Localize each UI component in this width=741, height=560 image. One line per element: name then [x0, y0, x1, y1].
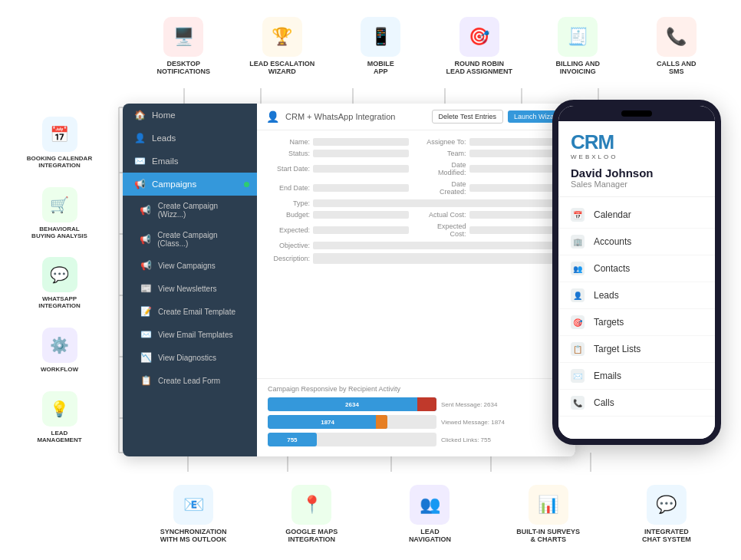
input-type[interactable]: [313, 199, 565, 207]
leads-icon: 👤: [133, 133, 146, 143]
top-icons-row: 🖥️ DESKTOP NOTIFICATIONS 🏆 LEAD ESCALATI…: [119, 0, 741, 92]
whatsapp-icon: 💬: [42, 257, 77, 292]
billing-icon: 🧾: [558, 17, 598, 57]
label-date-modified: Date Modified:: [424, 161, 466, 176]
field-expected: Expected:: [268, 226, 409, 234]
icon-whatsapp: 💬 WHATSAPPINTEGRATION: [18, 257, 102, 309]
workflow-label: WORKFLOW: [41, 366, 78, 373]
phone-header: CRM WEBXLOO David Johnson Sales Manager: [558, 121, 715, 197]
desktop-label: DESKTOP NOTIFICATIONS: [149, 60, 218, 75]
chat-label: INTEGRATEDCHAT SYSTEM: [642, 528, 691, 543]
phone-leads-icon: 👤: [571, 288, 585, 302]
icon-workflow: ⚙️ WORKFLOW: [18, 328, 102, 373]
sidebar-item-emails[interactable]: ✉️ Emails: [123, 150, 257, 173]
phone-menu-leads[interactable]: 👤 Leads: [558, 282, 715, 309]
lead-esc-icon: 🏆: [262, 17, 302, 57]
phone-menu-contacts[interactable]: 👥 Contacts: [558, 255, 715, 282]
phone-content: CRM WEBXLOO David Johnson Sales Manager …: [558, 121, 715, 439]
phone-menu-targets[interactable]: 🎯 Targets: [558, 309, 715, 336]
user-avatar-icon: 👤: [266, 110, 279, 123]
input-assignee[interactable]: [469, 138, 565, 146]
label-end-date: End Date:: [268, 184, 310, 192]
field-objective: Objective:: [268, 242, 565, 249]
input-expected-cost[interactable]: [469, 226, 565, 234]
input-budget[interactable]: [313, 211, 409, 219]
viewed-value: 1874: [321, 419, 334, 426]
sidebar-item-view-campaigns[interactable]: 📢 View Campaigns: [123, 254, 257, 277]
field-assignee: Assignee To:: [424, 138, 565, 146]
workflow-icon: ⚙️: [42, 328, 77, 363]
delete-test-entries-button[interactable]: Delete Test Entries: [432, 110, 503, 124]
crm-topbar: 👤 CRM + WhatsApp Integration Delete Test…: [257, 104, 575, 130]
sidebar-item-home[interactable]: 🏠 Home: [123, 104, 257, 127]
maps-label: GOOGLE MAPSINTEGRATION: [285, 528, 338, 543]
phone-menu-calls[interactable]: 📞 Calls: [558, 390, 715, 417]
sidebar-item-create-campaign-class[interactable]: 📢 Create Campaign (Class...): [123, 225, 257, 254]
sidebar-item-create-email-template[interactable]: 📝 Create Email Template: [123, 300, 257, 323]
crm-title: CRM + WhatsApp Integration: [285, 112, 395, 121]
icon-lead-escalation: 🏆 LEAD ESCALATIONWIZARD: [248, 17, 317, 75]
diag-icon: 📉: [140, 352, 152, 363]
booking-label: BOOKING CALENDARINTEGRATION: [27, 155, 92, 169]
input-name[interactable]: [313, 138, 409, 146]
mobile-label: MOBILEAPP: [367, 60, 394, 75]
field-type: Type:: [268, 199, 565, 207]
round-robin-icon: 🎯: [459, 17, 499, 57]
topbar-actions: Delete Test Entries Launch Wizard: [432, 110, 566, 124]
phone-menu-accounts[interactable]: 🏢 Accounts: [558, 229, 715, 255]
lead-mgmt-label: LEADMANAGEMENT: [37, 430, 81, 443]
input-end-date[interactable]: [313, 184, 409, 192]
outlook-icon: 📧: [173, 485, 213, 525]
sent-value: 2634: [345, 401, 359, 408]
crm-form-area: Name: Assignee To: Status:: [257, 130, 575, 378]
input-status[interactable]: [313, 150, 409, 157]
phone-menu-target-lists[interactable]: 📋 Target Lists: [558, 336, 715, 363]
diag-label: View Diagnostics: [158, 354, 216, 362]
input-date-created[interactable]: [469, 184, 565, 192]
phone-calls-label: Calls: [594, 397, 614, 408]
sidebar-item-campaigns[interactable]: 📢 Campaigns: [123, 173, 257, 196]
field-status: Status:: [268, 150, 409, 157]
label-budget: Budget:: [268, 211, 310, 219]
main-container: 🖥️ DESKTOP NOTIFICATIONS 🏆 LEAD ESCALATI…: [0, 0, 741, 560]
sidebar-item-view-email-templates[interactable]: ✉️ View Email Templates: [123, 323, 257, 346]
input-date-modified[interactable]: [469, 165, 565, 173]
viewed-bar: 1874: [268, 415, 436, 429]
lead-esc-label: LEAD ESCALATIONWIZARD: [249, 60, 315, 75]
icon-desktop-notifications: 🖥️ DESKTOP NOTIFICATIONS: [149, 17, 218, 75]
sidebar-item-leads[interactable]: 👤 Leads: [123, 127, 257, 150]
crm-sidebar: 🏠 Home 👤 Leads ✉️ Emails 📢 Campaigns: [123, 104, 257, 456]
sidebar-item-view-newsletters[interactable]: 📰 View Newsletters: [123, 277, 257, 300]
targets-icon: 🎯: [571, 315, 585, 329]
form-row-status: Status: Team:: [268, 150, 565, 157]
crm-window: 🏠 Home 👤 Leads ✉️ Emails 📢 Campaigns: [123, 104, 575, 456]
input-actual-cost[interactable]: [469, 211, 565, 219]
field-team: Team:: [424, 150, 565, 157]
input-description[interactable]: [313, 253, 565, 264]
target-lists-label: Target Lists: [594, 344, 641, 354]
input-objective[interactable]: [313, 242, 565, 249]
sidebar-item-view-diagnostics[interactable]: 📉 View Diagnostics: [123, 346, 257, 369]
input-start-date[interactable]: [313, 165, 409, 173]
lead-nav-label: LEADNAVIGATION: [409, 528, 451, 543]
input-expected[interactable]: [313, 226, 409, 234]
icon-surveys: 📊 BUILT-IN SURVEYS& CHARTS: [514, 485, 583, 543]
view-tmpl-icon: ✉️: [140, 329, 152, 340]
input-team[interactable]: [469, 150, 565, 157]
phone-notch: [621, 110, 652, 117]
icon-chat-system: 💬 INTEGRATEDCHAT SYSTEM: [632, 485, 701, 543]
form-row-type: Type:: [268, 199, 565, 207]
phone-menu-emails[interactable]: ✉️ Emails: [558, 363, 715, 390]
contacts-label: Contacts: [594, 263, 630, 274]
phone-emails-label: Emails: [594, 371, 621, 381]
phone-menu-calendar[interactable]: 📅 Calendar: [558, 202, 715, 229]
home-icon: 🏠: [133, 110, 146, 120]
sidebar-item-create-lead-form[interactable]: 📋 Create Lead Form: [123, 369, 257, 392]
surveys-icon: 📊: [529, 485, 568, 525]
chat-icon: 💬: [647, 485, 687, 525]
email-tmpl-icon: 📝: [140, 306, 152, 317]
sidebar-item-create-campaign-wiz[interactable]: 📢 Create Campaign (Wizz...): [123, 196, 257, 225]
field-description: Description:: [268, 253, 565, 264]
phone-menu-list: 📅 Calendar 🏢 Accounts 👥 Contacts 👤 Leads: [558, 197, 715, 421]
label-actual-cost: Actual Cost:: [424, 211, 466, 219]
